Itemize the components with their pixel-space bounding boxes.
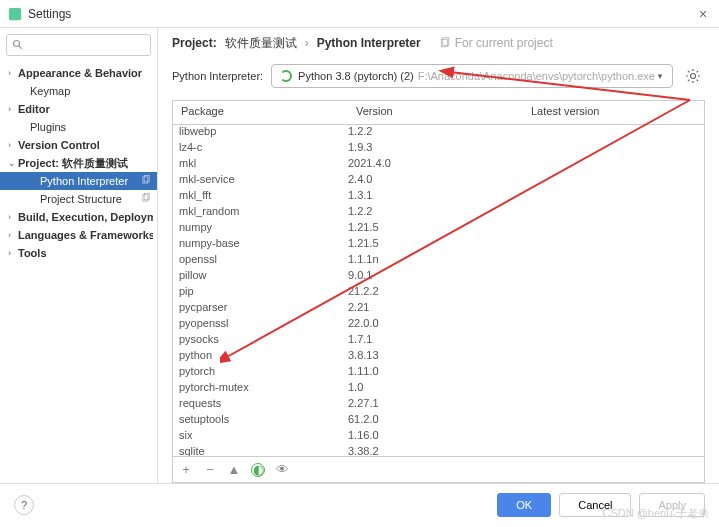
package-latest — [523, 205, 704, 221]
package-latest — [523, 157, 704, 173]
package-name: numpy — [173, 221, 348, 237]
tree-item-tools[interactable]: ›Tools — [0, 244, 157, 262]
chevron-icon: › — [8, 104, 18, 114]
search-icon — [12, 39, 24, 51]
package-latest — [523, 173, 704, 189]
app-icon — [8, 7, 22, 21]
column-header-package[interactable]: Package — [173, 101, 348, 124]
close-button[interactable]: × — [695, 6, 711, 22]
tree-item-plugins[interactable]: Plugins — [0, 118, 157, 136]
package-name: pillow — [173, 269, 348, 285]
tree-item-build-execution-deployment[interactable]: ›Build, Execution, Deployment — [0, 208, 157, 226]
table-row[interactable]: pysocks1.7.1 — [173, 333, 704, 349]
package-latest — [523, 221, 704, 237]
table-row[interactable]: six1.16.0 — [173, 429, 704, 445]
tree-item-editor[interactable]: ›Editor — [0, 100, 157, 118]
table-row[interactable]: pytorch1.11.0 — [173, 365, 704, 381]
chevron-icon: › — [8, 212, 18, 222]
tree-item-appearance-behavior[interactable]: ›Appearance & Behavior — [0, 64, 157, 82]
show-early-releases-button[interactable]: 👁 — [275, 463, 289, 477]
table-row[interactable]: pycparser2.21 — [173, 301, 704, 317]
remove-package-button[interactable]: − — [203, 463, 217, 477]
table-row[interactable]: requests2.27.1 — [173, 397, 704, 413]
table-row[interactable]: python3.8.13 — [173, 349, 704, 365]
table-row[interactable]: sqlite3.38.2 — [173, 445, 704, 456]
chevron-icon: › — [8, 248, 18, 258]
package-version: 21.2.2 — [348, 285, 523, 301]
breadcrumb-separator: › — [305, 36, 309, 50]
svg-point-9 — [691, 74, 696, 79]
package-name: python — [173, 349, 348, 365]
conda-button[interactable]: ◐ — [251, 463, 265, 477]
package-name: mkl — [173, 157, 348, 173]
package-version: 1.2.2 — [348, 205, 523, 221]
chevron-icon: › — [8, 140, 18, 150]
table-row[interactable]: pyopenssl22.0.0 — [173, 317, 704, 333]
package-table: Package Version Latest version libwebp1.… — [172, 100, 705, 457]
column-header-latest[interactable]: Latest version — [523, 101, 704, 124]
interpreter-settings-button[interactable] — [681, 64, 705, 88]
interpreter-combo[interactable]: Python 3.8 (pytorch) (2) F:\Anaconda\Ana… — [271, 64, 673, 88]
package-name: sqlite — [173, 445, 348, 456]
chevron-icon: › — [8, 230, 18, 240]
package-version: 2.21 — [348, 301, 523, 317]
table-row[interactable]: lz4-c1.9.3 — [173, 141, 704, 157]
search-input[interactable] — [6, 34, 151, 56]
column-header-version[interactable]: Version — [348, 101, 523, 124]
table-row[interactable]: mkl-service2.4.0 — [173, 173, 704, 189]
table-row[interactable]: numpy-base1.21.5 — [173, 237, 704, 253]
table-row[interactable]: openssl1.1.1n — [173, 253, 704, 269]
svg-point-1 — [14, 41, 20, 47]
tree-item-project-[interactable]: ⌄Project: 软件质量测试 — [0, 154, 157, 172]
package-toolbar: + − ▲ ◐ 👁 — [172, 457, 705, 483]
table-row[interactable]: setuptools61.2.0 — [173, 413, 704, 429]
table-row[interactable]: pytorch-mutex1.0 — [173, 381, 704, 397]
help-button[interactable]: ? — [14, 495, 34, 515]
tree-item-version-control[interactable]: ›Version Control — [0, 136, 157, 154]
sidebar: ›Appearance & BehaviorKeymap›EditorPlugi… — [0, 28, 158, 483]
package-latest — [523, 397, 704, 413]
package-version: 1.9.3 — [348, 141, 523, 157]
copy-icon — [141, 193, 153, 205]
table-row[interactable]: numpy1.21.5 — [173, 221, 704, 237]
table-row[interactable]: mkl_random1.2.2 — [173, 205, 704, 221]
tree-item-label: Project Structure — [40, 193, 139, 205]
package-latest — [523, 333, 704, 349]
package-name: pip — [173, 285, 348, 301]
window-title: Settings — [28, 7, 695, 21]
tree-item-label: Appearance & Behavior — [18, 67, 153, 79]
add-package-button[interactable]: + — [179, 463, 193, 477]
table-row[interactable]: pillow9.0.1 — [173, 269, 704, 285]
tree-item-label: Plugins — [30, 121, 153, 133]
table-row[interactable]: pip21.2.2 — [173, 285, 704, 301]
package-latest — [523, 429, 704, 445]
tree-item-python-interpreter[interactable]: Python Interpreter — [0, 172, 157, 190]
package-name: pycparser — [173, 301, 348, 317]
tree-item-languages-frameworks[interactable]: ›Languages & Frameworks — [0, 226, 157, 244]
package-name: mkl_fft — [173, 189, 348, 205]
gear-icon — [685, 68, 701, 84]
package-latest — [523, 269, 704, 285]
package-latest — [523, 445, 704, 456]
breadcrumb-page: Python Interpreter — [317, 36, 421, 50]
chevron-down-icon: ▼ — [656, 72, 664, 81]
ok-button[interactable]: OK — [497, 493, 551, 517]
tree-item-label: Languages & Frameworks — [18, 229, 153, 241]
watermark: CSDN @henu-于老来 — [602, 506, 709, 521]
tree-item-keymap[interactable]: Keymap — [0, 82, 157, 100]
package-latest — [523, 189, 704, 205]
package-name: setuptools — [173, 413, 348, 429]
package-name: six — [173, 429, 348, 445]
table-row[interactable]: libwebp1.2.2 — [173, 125, 704, 141]
package-name: requests — [173, 397, 348, 413]
table-row[interactable]: mkl_fft1.3.1 — [173, 189, 704, 205]
package-latest — [523, 253, 704, 269]
tree-item-project-structure[interactable]: Project Structure — [0, 190, 157, 208]
package-version: 1.16.0 — [348, 429, 523, 445]
package-name: lz4-c — [173, 141, 348, 157]
package-version: 1.0 — [348, 381, 523, 397]
table-row[interactable]: mkl2021.4.0 — [173, 157, 704, 173]
package-latest — [523, 413, 704, 429]
upgrade-package-button[interactable]: ▲ — [227, 463, 241, 477]
package-version: 1.21.5 — [348, 221, 523, 237]
